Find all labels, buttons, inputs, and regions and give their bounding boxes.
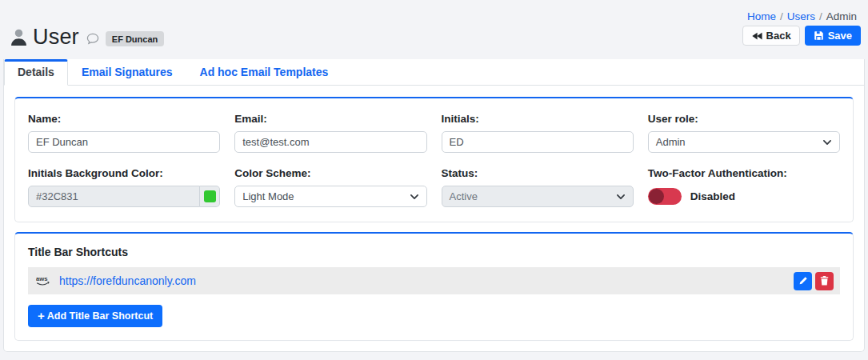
user-role-value: Admin	[656, 136, 686, 148]
breadcrumb-separator: /	[819, 10, 822, 22]
email-field-group: Email:	[234, 113, 426, 153]
status-select: Active	[442, 186, 634, 207]
user-details-card: Name: Email: Initials: User role: Admin	[14, 97, 854, 222]
breadcrumb-home-link[interactable]: Home	[747, 10, 776, 22]
tab-panel: Details Email Signatures Ad hoc Email Te…	[3, 59, 865, 352]
email-label: Email:	[234, 113, 426, 125]
two-factor-toggle[interactable]	[648, 188, 682, 205]
color-picker-button[interactable]	[200, 186, 220, 207]
breadcrumb: Home/Users/Admin	[747, 10, 857, 22]
initials-bg-color-label: Initials Background Color:	[28, 167, 220, 179]
page-header: Home/Users/Admin Back Save User EF Dunca…	[0, 0, 868, 59]
trash-icon	[820, 276, 829, 286]
name-input[interactable]	[28, 131, 220, 153]
back-button-label: Back	[766, 30, 791, 42]
back-button[interactable]: Back	[742, 26, 800, 46]
name-field-group: Name:	[28, 113, 220, 153]
user-role-field-group: User role: Admin	[648, 113, 840, 153]
page-title: User	[33, 25, 79, 50]
name-label: Name:	[28, 113, 220, 125]
color-swatch	[204, 190, 216, 202]
plus-icon: +	[38, 309, 45, 322]
details-pane: Name: Email: Initials: User role: Admin	[4, 86, 864, 341]
status-value: Active	[450, 190, 478, 202]
pencil-icon	[798, 276, 808, 286]
initials-bg-color-field-group: Initials Background Color:	[28, 167, 220, 207]
status-field-group: Status: Active	[442, 167, 634, 207]
save-button-label: Save	[828, 30, 852, 42]
user-role-label: User role:	[648, 113, 840, 125]
breadcrumb-separator: /	[780, 10, 783, 22]
title-bar-shortcuts-card: Title Bar Shortcuts aws https://forefdun…	[14, 232, 854, 341]
initials-input[interactable]	[442, 131, 634, 153]
svg-text:aws: aws	[36, 275, 48, 282]
initials-label: Initials:	[442, 113, 634, 125]
add-shortcut-label: Add Title Bar Shortcut	[47, 310, 153, 322]
color-scheme-select[interactable]: Light Mode	[234, 186, 426, 207]
color-scheme-value: Light Mode	[242, 190, 294, 202]
color-scheme-label: Color Scheme:	[234, 167, 426, 179]
shortcuts-title: Title Bar Shortcuts	[28, 246, 840, 258]
save-button[interactable]: Save	[805, 26, 861, 46]
breadcrumb-current: Admin	[826, 10, 857, 22]
add-title-bar-shortcut-button[interactable]: + Add Title Bar Shortcut	[28, 305, 162, 327]
tab-adhoc-email-templates[interactable]: Ad hoc Email Templates	[186, 59, 342, 86]
edit-shortcut-button[interactable]	[794, 272, 812, 290]
tab-bar: Details Email Signatures Ad hoc Email Te…	[4, 59, 864, 86]
color-scheme-field-group: Color Scheme: Light Mode	[234, 167, 426, 207]
aws-logo-icon: aws	[36, 274, 52, 287]
comment-bubble-icon[interactable]	[86, 33, 99, 45]
initials-bg-color-input[interactable]	[28, 186, 200, 207]
two-factor-label: Two-Factor Authentication:	[648, 167, 840, 179]
delete-shortcut-button[interactable]	[815, 272, 834, 290]
shortcut-url-link[interactable]: https://forefduncanonly.com	[59, 274, 196, 287]
chevron-down-icon	[616, 192, 626, 202]
toggle-knob	[649, 189, 664, 204]
tab-details[interactable]: Details	[4, 59, 68, 86]
initials-field-group: Initials:	[442, 113, 634, 153]
status-label: Status:	[442, 167, 634, 179]
user-role-select[interactable]: Admin	[648, 131, 840, 153]
user-icon	[10, 28, 28, 46]
chevron-down-icon	[410, 192, 419, 202]
email-input[interactable]	[234, 131, 426, 153]
chevron-down-icon	[822, 138, 832, 147]
user-name-badge: EF Duncan	[106, 31, 164, 46]
two-factor-field-group: Two-Factor Authentication: Disabled	[648, 167, 840, 207]
two-factor-state: Disabled	[690, 190, 735, 202]
floppy-disk-icon	[814, 30, 824, 41]
shortcut-row: aws https://forefduncanonly.com	[28, 267, 840, 294]
fast-backward-icon	[751, 31, 762, 41]
breadcrumb-users-link[interactable]: Users	[787, 10, 815, 22]
tab-email-signatures[interactable]: Email Signatures	[68, 59, 186, 86]
